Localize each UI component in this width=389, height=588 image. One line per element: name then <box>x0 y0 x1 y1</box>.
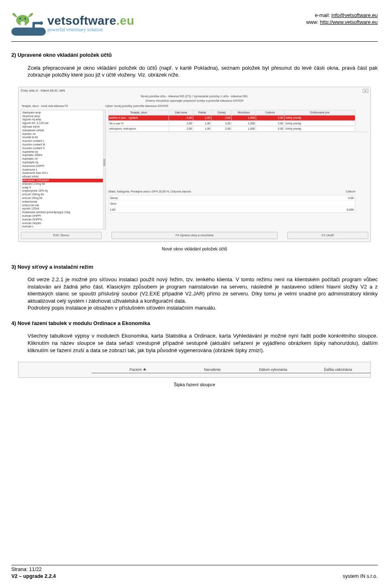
screenshot-2: Pacient Narodenie Dátum vykonania Ďalšia… <box>18 362 371 378</box>
list-item[interactable]: drontal fa tbl <box>22 136 104 139</box>
list-item[interactable]: duovisn contact S <box>22 147 104 150</box>
col-narodenie[interactable]: Narodenie <box>184 366 241 373</box>
shot1-info-1: Nová položka účtu - klávesa INS (F3) / V… <box>21 94 368 98</box>
svg-point-7 <box>40 21 43 25</box>
contact-www: www: http://www.vetsoftware.eu <box>306 19 378 26</box>
shot1-item-listbox[interactable]: diazepam ampdicynone ampdigoxin inj ampd… <box>21 110 106 229</box>
table-row[interactable]: ektropium, entropium2,001,002,001,0002,0… <box>108 126 368 131</box>
caption-1: Nové okno vkládání položek účtů <box>11 246 378 252</box>
list-item[interactable]: diazepam amp <box>22 111 104 115</box>
shot1-summary-box: Úkony6,00 Úkon 2,000,000 <box>108 195 355 213</box>
footer-left: Strana: 11/22 V2 – upgrade 2.2.4 <box>11 566 56 580</box>
shot1-grid-body[interactable]: andrex II pes - vyplach2,001,002,001,000… <box>108 115 368 132</box>
footer-right: system IN s.r.o. <box>343 573 378 580</box>
list-item[interactable]: duramune max 5/4 L <box>22 171 104 175</box>
list-item[interactable]: Eukanuba medium junior&puppy 15kg <box>22 211 104 214</box>
shot1-stock-right: Celkom <box>346 190 355 193</box>
table-row[interactable]: fel-o-vax IV2,001,002,001,0002,00Voľný p… <box>108 121 368 126</box>
svg-point-3 <box>19 18 21 19</box>
section-4-title: 4) Nové řazení tabulek v modulu Ordinace… <box>11 320 378 327</box>
f4-uprava-button[interactable]: F4 Úprava ceny a množstva <box>111 232 278 239</box>
svg-rect-2 <box>21 21 25 26</box>
list-item[interactable]: duphafral inj <box>22 150 104 154</box>
section-4-body: Všechny tabulkové výpisy v modulech Ekon… <box>28 332 378 354</box>
col-datum[interactable]: Dátum vykonania <box>241 366 306 373</box>
section-3-body: Od verze 2.2.1 je možné pro síťovou inst… <box>28 276 378 312</box>
contact-block: e-mail: info@vetsoftware.eu www: http://… <box>306 11 378 26</box>
svg-point-4 <box>24 18 26 19</box>
page-header: vetsoftware.eu powerful veterinary solut… <box>0 0 389 40</box>
list-item[interactable]: digoxin tbl. 0,125 bal <box>22 122 104 125</box>
list-item[interactable]: entizol tbl bal <box>22 204 104 207</box>
scroll-thumb[interactable] <box>103 159 106 166</box>
list-item[interactable]: duphalac 200ml <box>22 154 104 157</box>
close-icon[interactable]: × <box>363 89 368 93</box>
col-pacient[interactable]: Pacient <box>92 366 184 373</box>
shot1-window-title: Číslo účtu 0 - Klient SEJC JAN <box>21 89 65 93</box>
list-item[interactable]: eurican DHPPIL <box>22 218 104 222</box>
f2-ulozit-button[interactable]: F2 Uložiť <box>287 232 368 239</box>
contact-email: e-mail: info@vetsoftware.eu <box>306 12 378 19</box>
list-item[interactable]: duovisn contact M <box>22 143 104 147</box>
col-dalsia[interactable]: Ďalšia vakcinácia <box>306 366 370 373</box>
screenshot-1: Číslo účtu 0 - Klient SEJC JAN × Nová po… <box>18 87 371 242</box>
list-item[interactable]: eurican DHPPI <box>22 214 104 218</box>
caption-2: Šipka řazení sloupce <box>11 382 378 388</box>
www-link[interactable]: http://www.vetsoftware.eu <box>320 19 378 25</box>
section-2-body: Zcela přepracované je okno vkládání polo… <box>28 64 378 79</box>
list-item[interactable]: engemycine 10% inj <box>22 189 104 193</box>
list-item[interactable]: ektropium, entropium <box>22 179 104 182</box>
section-3-title: 3) Nový síťový a instalační režim <box>11 263 378 271</box>
shot1-f5-label: Terapia, úkon - nová veta klávesa F5 <box>21 105 68 107</box>
list-item[interactable]: epodic 125ml <box>22 207 104 211</box>
shot1-grid-header: Terapia, úkon Zakl.cena Rabat Cena/j Mno… <box>108 110 368 115</box>
logo-block: vetsoftware.eu powerful veterinary solut… <box>11 11 134 36</box>
shot1-info-2: Zmenu množstva vykonajte prepísom bunky … <box>21 99 368 103</box>
shot1-stock-label: Sklad, Kategória, Predajná cena s DPH 20… <box>108 190 191 193</box>
list-item[interactable]: enacard 2,5mg tbl <box>22 182 104 186</box>
list-item[interactable]: duramune DHPPi <box>22 165 104 168</box>
list-item[interactable]: digoxin inj amp <box>22 118 104 122</box>
page-footer: Strana: 11/22 V2 – upgrade 2.2.4 system … <box>11 566 378 580</box>
scrollbar[interactable] <box>103 110 105 229</box>
list-item[interactable]: dicynone amp <box>22 115 104 118</box>
email-link[interactable]: info@vetsoftware.eu <box>331 13 378 18</box>
section-2-title: 2) Upravené okno vkladání položek účtů <box>11 51 378 59</box>
footer-rule <box>11 565 378 565</box>
list-item[interactable]: diprivan inj/ml <box>22 125 104 129</box>
shot1-info-3: Výber novej položky potvrďte klávesou EN… <box>105 104 169 108</box>
list-item[interactable]: enroxil 150mg tbl <box>22 193 104 197</box>
list-item[interactable]: eurican L <box>22 225 104 229</box>
list-item[interactable]: duovisn contact L <box>22 139 104 143</box>
table-row[interactable]: andrex II pes - vyplach2,001,002,001,000… <box>108 115 368 120</box>
logo-tagline: powerful veterinary solution <box>47 26 134 33</box>
cow-icon <box>11 11 46 36</box>
list-item[interactable]: duphalyte inj <box>22 161 104 165</box>
list-item[interactable]: duramune L <box>22 168 104 172</box>
list-item[interactable]: eutanázia mačky <box>22 229 104 229</box>
logo-text: vetsoftware.eu powerful veterinary solut… <box>47 14 134 33</box>
esc-storno-button[interactable]: ESC Storno <box>21 232 102 239</box>
list-item[interactable]: domitor ml <box>22 133 104 136</box>
list-item[interactable]: efloran inf/ml <box>22 175 104 179</box>
list-item[interactable]: enap 5 <box>22 186 104 190</box>
list-item[interactable]: eurican herpes <box>22 222 104 225</box>
list-item[interactable]: entandomia <box>22 200 104 204</box>
list-item[interactable]: duphalac ml <box>22 157 104 161</box>
list-item[interactable]: dobutamin inf/bal <box>22 129 104 133</box>
sort-arrow-up-icon <box>143 368 146 370</box>
list-item[interactable]: enroxil 15mg tbl <box>22 197 104 200</box>
svg-rect-0 <box>11 28 46 36</box>
logo-title: vetsoftware.eu <box>47 14 134 27</box>
